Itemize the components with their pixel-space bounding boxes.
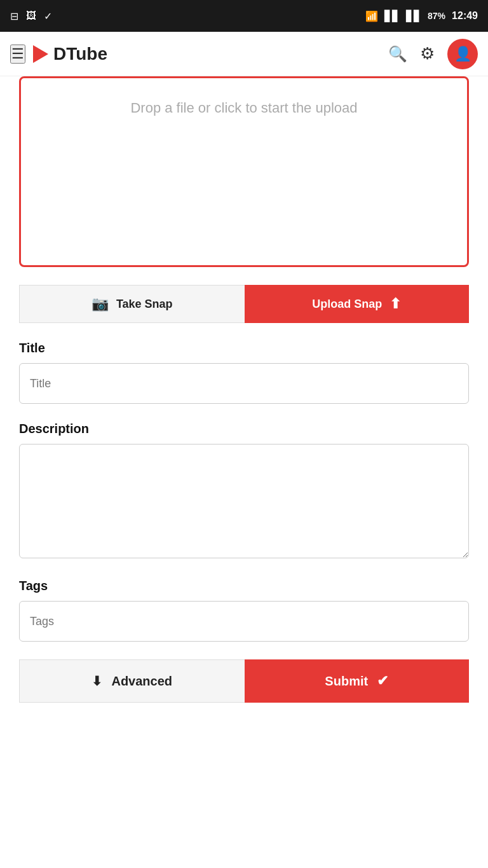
logo-triangle-icon — [33, 45, 48, 63]
title-label: Title — [19, 341, 469, 355]
advanced-label: Advanced — [111, 674, 172, 689]
upload-zone-text: Drop a file or click to start the upload — [118, 97, 370, 118]
logo-text: DTube — [53, 44, 107, 64]
avatar[interactable]: 👤 — [447, 39, 478, 69]
status-bar-right: 📶 ▋▋ ▋▋ 87% 12:49 — [365, 10, 478, 22]
wifi-icon: 📶 — [365, 10, 378, 22]
down-arrow-icon: ⬇ — [92, 673, 102, 689]
menu-button[interactable]: ☰ — [10, 45, 25, 64]
clock: 12:49 — [452, 10, 478, 22]
navbar: ☰ DTube 🔍 ⚙ 👤 — [0, 32, 488, 76]
title-section: Title — [19, 341, 469, 404]
image-icon: 🖼 — [26, 10, 36, 22]
download-icon: ✓ — [44, 10, 52, 22]
hamburger-icon: ☰ — [11, 46, 24, 62]
submit-label: Submit — [325, 674, 368, 689]
monitor-icon: ⊟ — [10, 10, 18, 22]
description-section: Description — [19, 422, 469, 561]
logo: DTube — [33, 44, 381, 64]
battery-indicator: 87% — [428, 11, 445, 21]
search-button[interactable]: 🔍 — [388, 45, 407, 63]
settings-button[interactable]: ⚙ — [420, 44, 435, 64]
gear-icon: ⚙ — [420, 44, 435, 63]
tags-section: Tags — [19, 579, 469, 642]
tags-label: Tags — [19, 579, 469, 593]
signal1-icon: ▋▋ — [384, 10, 400, 22]
user-icon: 👤 — [454, 46, 471, 62]
check-icon: ✔ — [377, 673, 388, 689]
submit-button[interactable]: Submit ✔ — [245, 659, 470, 703]
take-snap-button[interactable]: 📷 Take Snap — [19, 285, 245, 323]
upload-dropzone[interactable]: Drop a file or click to start the upload — [19, 76, 469, 267]
description-label: Description — [19, 422, 469, 436]
search-icon: 🔍 — [388, 45, 407, 62]
tags-input[interactable] — [19, 601, 469, 642]
upload-cloud-icon: ⬆ — [390, 296, 401, 312]
advanced-button[interactable]: ⬇ Advanced — [19, 659, 245, 703]
camera-icon: 📷 — [92, 296, 109, 312]
take-snap-label: Take Snap — [116, 298, 173, 311]
title-input[interactable] — [19, 363, 469, 404]
upload-snap-button[interactable]: Upload Snap ⬆ — [245, 285, 470, 323]
nav-icons: 🔍 ⚙ 👤 — [388, 39, 478, 69]
upload-snap-label: Upload Snap — [312, 298, 382, 311]
status-bar: ⊟ 🖼 ✓ 📶 ▋▋ ▋▋ 87% 12:49 — [0, 0, 488, 32]
signal2-icon: ▋▋ — [406, 10, 421, 22]
description-input[interactable] — [19, 444, 469, 558]
action-buttons-row: ⬇ Advanced Submit ✔ — [19, 659, 469, 703]
snap-buttons-row: 📷 Take Snap Upload Snap ⬆ — [19, 285, 469, 323]
status-bar-left: ⊟ 🖼 ✓ — [10, 10, 52, 22]
main-content: Drop a file or click to start the upload… — [0, 76, 488, 728]
